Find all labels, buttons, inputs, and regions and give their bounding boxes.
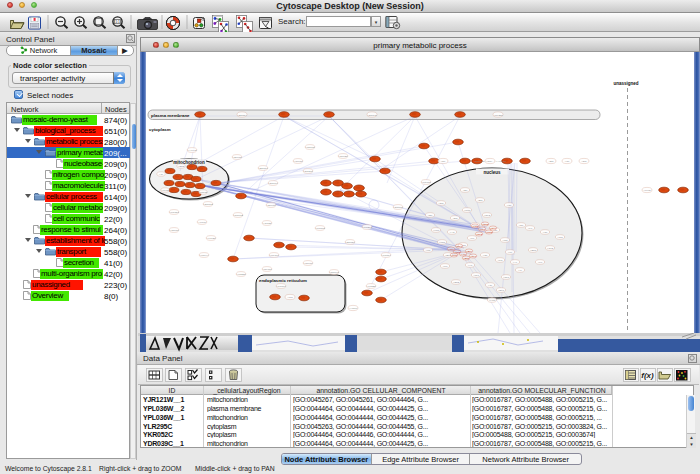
svg-text:YLR258: YLR258 (236, 273, 246, 276)
svg-text:YGL255: YGL255 (493, 114, 503, 117)
svg-text:YCL: YCL (507, 204, 512, 207)
svg-text:YDR: YDR (438, 202, 443, 205)
svg-text:YGR: YGR (557, 236, 563, 239)
svg-text:YCL: YCL (565, 160, 570, 163)
svg-text:YBL: YBL (463, 189, 468, 192)
svg-text:YLR044: YLR044 (199, 254, 209, 257)
svg-text:cytoplasm: cytoplasm (149, 127, 171, 132)
svg-text:YPR: YPR (497, 259, 502, 262)
svg-text:YDR074: YDR074 (268, 182, 278, 185)
svg-text:YOR095: YOR095 (329, 271, 339, 274)
svg-text:YOL136: YOL136 (262, 268, 272, 271)
svg-text:YJR073: YJR073 (170, 229, 180, 232)
svg-text:YDR001: YDR001 (393, 206, 403, 209)
svg-text:YCL1: YCL1 (470, 255, 477, 258)
svg-text:YFL2: YFL2 (451, 254, 457, 257)
svg-text:YBR: YBR (548, 160, 553, 163)
svg-text:YBR: YBR (477, 199, 482, 202)
svg-text:YKR1: YKR1 (439, 241, 446, 244)
svg-text:YLR2: YLR2 (472, 225, 479, 228)
svg-text:YER2: YER2 (453, 281, 460, 284)
svg-text:YIL: YIL (518, 269, 522, 272)
svg-text:YDL: YDL (519, 224, 524, 227)
svg-text:YML: YML (442, 265, 448, 268)
svg-text:YEL: YEL (428, 214, 433, 217)
svg-text:YJL155: YJL155 (263, 222, 272, 225)
svg-text:YJL: YJL (159, 173, 164, 176)
svg-text:YEL2: YEL2 (463, 257, 470, 260)
svg-text:YFL: YFL (528, 227, 533, 230)
svg-text:YIR1: YIR1 (473, 274, 479, 277)
svg-text:YEL1: YEL1 (498, 289, 505, 292)
svg-text:YDL2: YDL2 (484, 214, 491, 217)
svg-text:YOL1: YOL1 (490, 227, 497, 230)
svg-text:YJR1: YJR1 (503, 276, 510, 279)
svg-text:YFR015: YFR015 (421, 181, 431, 184)
svg-text:YDL1: YDL1 (456, 245, 463, 248)
svg-text:YFR053: YFR053 (169, 211, 179, 214)
svg-text:YGL: YGL (542, 231, 548, 234)
svg-text:YMR05: YMR05 (199, 191, 208, 194)
svg-text:YKL: YKL (538, 261, 543, 264)
svg-text:YGR032: YGR032 (233, 214, 243, 217)
svg-text:YBR126: YBR126 (345, 241, 355, 244)
svg-text:YFL05: YFL05 (643, 189, 651, 192)
svg-text:YBR117: YBR117 (258, 167, 268, 170)
svg-text:YKL127: YKL127 (207, 237, 217, 240)
svg-text:YDR: YDR (581, 160, 586, 163)
svg-text:YAL: YAL (513, 261, 518, 264)
svg-text:mitochondrion: mitochondrion (173, 160, 205, 165)
svg-text:YEL011: YEL011 (267, 204, 276, 207)
svg-text:YMR105: YMR105 (315, 227, 325, 230)
svg-text:YHL: YHL (468, 264, 473, 267)
svg-text:YAR: YAR (450, 231, 455, 234)
svg-text:YBL1: YBL1 (466, 250, 473, 253)
svg-text:YKL12: YKL12 (161, 189, 169, 192)
svg-text:YDR216: YDR216 (303, 170, 313, 173)
svg-text:YER: YER (452, 217, 457, 220)
svg-text:YCR1: YCR1 (464, 209, 471, 212)
svg-text:YBR054: YBR054 (237, 114, 247, 117)
svg-text:YBR2: YBR2 (178, 165, 185, 168)
svg-text:YDR345: YDR345 (367, 114, 377, 117)
svg-text:YML100: YML100 (269, 254, 279, 257)
svg-text:plasma membrane: plasma membrane (151, 113, 190, 118)
svg-text:YOR2: YOR2 (482, 223, 489, 226)
svg-text:YNR: YNR (502, 239, 507, 242)
svg-text:YPR184: YPR184 (381, 254, 391, 257)
svg-text:YNL071: YNL071 (303, 262, 313, 265)
svg-text:YFR1: YFR1 (433, 229, 440, 232)
svg-text:YCL030: YCL030 (293, 160, 303, 163)
svg-text:nucleus: nucleus (483, 170, 501, 175)
svg-text:YBR3: YBR3 (530, 249, 537, 252)
svg-text:YER062: YER062 (203, 203, 213, 206)
svg-text:1:1: 1:1 (115, 20, 120, 24)
svg-text:YGR: YGR (287, 296, 293, 299)
svg-text:YNL2: YNL2 (476, 233, 483, 236)
svg-text:YDL: YDL (441, 160, 446, 163)
svg-text:YLL: YLL (508, 251, 513, 254)
svg-text:YLR: YLR (426, 249, 431, 252)
svg-text:YHR1: YHR1 (489, 299, 496, 302)
svg-text:YCR036: YCR036 (305, 146, 315, 149)
svg-text:YPL228: YPL228 (367, 285, 377, 288)
svg-text:endoplasmic reticulum: endoplasmic reticulum (259, 278, 307, 283)
svg-text:YJL: YJL (488, 284, 493, 287)
svg-text:YHR10: YHR10 (349, 307, 358, 310)
svg-text:YMR2: YMR2 (486, 231, 493, 234)
svg-text:unassigned: unassigned (613, 81, 638, 86)
svg-text:YAL1: YAL1 (460, 253, 466, 256)
svg-text:YPR160: YPR160 (276, 285, 286, 288)
svg-text:YBL078: YBL078 (233, 156, 243, 159)
svg-text:YDL021: YDL021 (338, 155, 348, 158)
svg-text:YEL063C, YOR(..., YAL067C: YEL063C, YOR(..., YAL067C (474, 160, 506, 163)
svg-text:YPL: YPL (470, 237, 475, 240)
svg-text:YGL2: YGL2 (547, 247, 554, 250)
svg-text:YAL042: YAL042 (188, 149, 197, 152)
svg-text:f(x): f(x) (641, 371, 654, 380)
svg-text:YMR261: YMR261 (362, 226, 372, 229)
svg-text:YOL: YOL (482, 254, 488, 257)
svg-text:YIL107: YIL107 (198, 221, 207, 224)
